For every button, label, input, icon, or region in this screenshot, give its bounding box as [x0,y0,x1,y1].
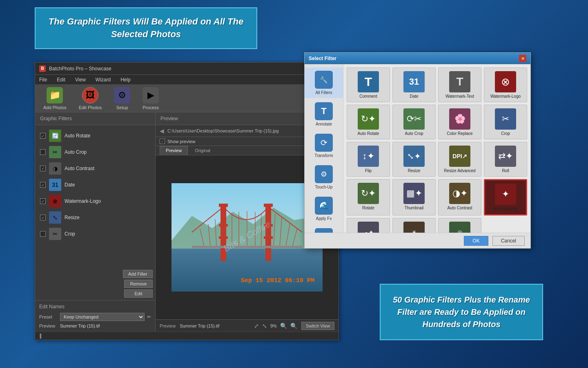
auto-gamma-label: Auto Gamma [494,206,518,211]
color-replace-grid-icon: 🌸 [449,108,470,130]
filter-item-auto-crop[interactable]: ✂ Auto Crop [38,144,153,160]
grid-item-auto-gamma[interactable]: ✦ Auto Gamma [484,179,527,215]
auto-contrast-label: Auto Contrast [447,206,472,210]
dialog-titlebar: Select Filter ✕ [305,53,530,64]
tab-preview[interactable]: Preview [160,146,188,155]
filter-check-auto-rotate[interactable]: ✓ [40,133,46,139]
watermark-logo-label: Watermark-Logo [490,94,521,99]
crop-icon: ✂ [49,228,61,240]
filter-item-watermark-logo[interactable]: ✓ ⊗ Watermark-Logo [38,193,153,209]
preview-label-small: Preview [39,323,58,328]
filter-check-watermark-logo[interactable]: ✓ [40,198,46,204]
zoom-out-icon[interactable]: 🔍 [290,323,297,329]
menu-wizard[interactable]: Wizard [94,76,112,83]
comment-label: Comment [359,94,377,99]
grid-item-auto-rotate[interactable]: ↻✦ Auto Rotate [347,105,390,139]
all-filters-icon: 🔧 [315,71,333,89]
filter-check-date[interactable]: ✓ [40,182,46,188]
grid-item-auto-contrast[interactable]: ◑✦ Auto Contrast [438,179,481,215]
thumbnail-label: Thumbnail [405,206,424,210]
filter-name-auto-contrast: Auto Contrast [65,166,94,171]
dialog-grid: T Comment 31 Date T Watermark-Text ⊗ Wat… [347,67,527,233]
grid-item-watermark-logo[interactable]: ⊗ Watermark-Logo [484,67,527,102]
edit-names-section: Edit Names Preset Keep Unchanged ✏ Previ… [35,300,155,332]
date-grid-label: Date [410,94,418,99]
preset-edit-icon[interactable]: ✏ [147,314,151,320]
grid-item-date[interactable]: 31 Date [392,67,436,102]
grid-item-thumbnail[interactable]: ▦✦ Thumbnail [392,179,436,215]
window-content: Graphic Filters ✓ 🔄 Auto Rotate ✂ Auto C… [35,112,339,332]
dialog-footer: OK Cancel [305,233,530,248]
menu-file[interactable]: File [38,76,49,83]
nav-back-arrow[interactable]: ◀ [160,128,164,134]
grid-item-watermark-text[interactable]: T Watermark-Text [438,67,481,102]
fit-icon[interactable]: ⤢ [254,323,259,329]
svg-rect-5 [220,204,226,261]
grid-item-auto-crop[interactable]: ⟳✂ Auto Crop [392,105,436,139]
svg-rect-2 [172,249,323,292]
show-preview-label: Show preview [167,139,195,144]
remove-button[interactable]: Remove [124,280,153,288]
actual-size-icon[interactable]: ⤡ [262,323,267,329]
cancel-button[interactable]: Cancel [492,236,525,246]
sidebar-item-touch-up[interactable]: ⚙ Touch-Up [305,162,343,193]
filter-name-auto-rotate: Auto Rotate [65,133,90,139]
grid-item-resize-advanced[interactable]: DPI↗ Resize Advanced [438,142,481,177]
comment-grid-icon: T [358,71,379,92]
rotate-label: Rotate [362,206,374,210]
filter-check-resize[interactable]: ✓ [40,215,46,220]
bridge-image: Sep 15 2012 06:10 PM Bits & Coffee [172,183,323,292]
process-label: Process [143,105,159,110]
watermark-text-label: Watermark-Text [445,94,474,99]
crop-grid-icon: ✂ [495,108,516,130]
toolbar-edit-photos[interactable]: 🖼 Edit Photos [79,87,102,110]
filter-item-auto-rotate[interactable]: ✓ 🔄 Auto Rotate [38,128,153,144]
toolbar-setup[interactable]: ⚙ Setup [114,87,130,110]
svg-rect-8 [219,236,228,239]
zoom-in-icon[interactable]: 🔍 [280,323,287,329]
grid-item-extra-3[interactable]: ◎ [438,218,481,233]
sidebar-item-transform[interactable]: ⟳ Transform [305,130,343,161]
grid-item-flip[interactable]: ↕✦ Flip [347,142,390,177]
grid-item-color-replace[interactable]: 🌸 Color Replace [438,105,481,139]
menu-edit[interactable]: Edit [55,76,67,83]
dialog-close-button[interactable]: ✕ [519,55,526,62]
filter-item-resize[interactable]: ✓ ⤡ Resize [38,209,153,226]
show-preview-checkbox[interactable]: ✓ [160,139,165,144]
select-filter-dialog: Select Filter ✕ 🔧 All Filters T Annotate… [304,52,531,249]
grid-item-extra-2[interactable]: ☀ [392,218,436,233]
grid-item-extra-1[interactable]: ☁✦ [347,218,390,233]
menu-view[interactable]: View [74,76,87,83]
sidebar-item-decorate[interactable]: ✦ Decorate [305,225,343,233]
grid-item-rotate[interactable]: ↻✦ Rotate [347,179,390,215]
grid-item-comment[interactable]: T Comment [347,67,390,102]
grid-item-crop[interactable]: ✂ Crop [484,105,527,139]
switch-view-button[interactable]: Switch View [301,322,334,330]
tab-original[interactable]: Original [189,146,216,155]
filter-check-crop[interactable] [40,231,46,237]
sidebar-item-apply-fx[interactable]: 🌊 Apply Fx [305,193,343,224]
toolbar-process[interactable]: ▶ Process [143,87,159,110]
grid-item-roll[interactable]: ⇄✦ Roll [484,142,527,177]
date-grid-icon: 31 [403,71,425,92]
auto-crop-grid-icon: ⟳✂ [403,108,425,130]
ok-button[interactable]: OK [464,236,488,246]
filter-check-auto-contrast[interactable]: ✓ [40,166,46,171]
filter-item-crop[interactable]: ✂ Crop [38,226,153,242]
edit-button[interactable]: Edit [124,289,153,298]
resize-advanced-label: Resize Advanced [444,168,475,173]
filter-check-auto-crop[interactable] [40,149,46,155]
toolbar-add-photos[interactable]: 📁 Add Photos [43,87,67,110]
sidebar-item-all-filters[interactable]: 🔧 All Filters [305,67,343,98]
filter-name-auto-crop: Auto Crop [65,149,87,155]
filter-item-date[interactable]: ✓ 31 Date [38,177,153,193]
menu-help[interactable]: Help [119,76,132,83]
apply-fx-icon: 🌊 [315,197,333,215]
filter-item-auto-contrast[interactable]: ✓ ◑ Auto Contrast [38,160,153,177]
preset-select[interactable]: Keep Unchanged [60,313,145,321]
sidebar-item-annotate[interactable]: T Annotate [305,99,343,130]
dialog-title: Select Filter [309,56,336,61]
add-filter-button[interactable]: Add Filter [123,270,153,278]
extra-1-icon: ☁✦ [358,222,379,233]
grid-item-resize[interactable]: ⤡✦ Resize [392,142,436,177]
